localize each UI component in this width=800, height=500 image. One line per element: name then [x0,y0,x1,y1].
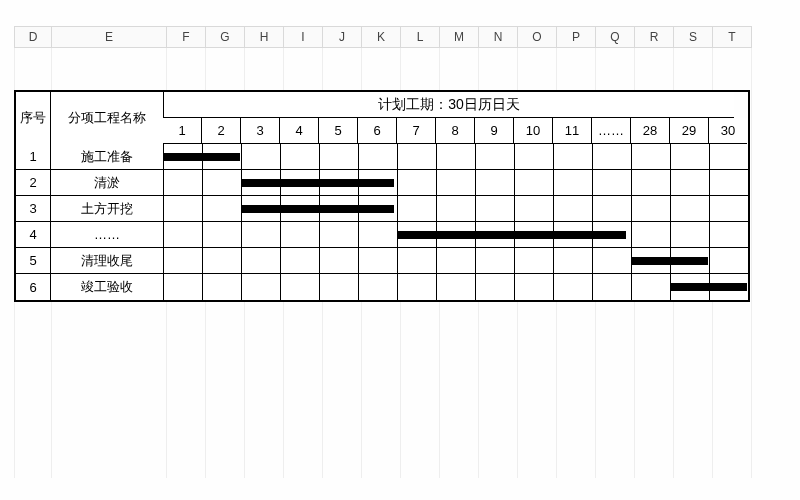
column-header-L[interactable]: L [400,26,439,48]
gantt-cell[interactable] [359,144,398,170]
gantt-cell[interactable] [437,170,476,196]
gantt-cell[interactable] [671,170,710,196]
gantt-cell[interactable] [242,144,281,170]
gantt-cell[interactable] [710,170,748,196]
gantt-cell[interactable] [281,144,320,170]
gantt-cell[interactable] [476,274,515,300]
gantt-cell[interactable] [203,196,242,222]
gantt-cell[interactable] [593,248,632,274]
column-header-M[interactable]: M [439,26,478,48]
gantt-cell[interactable] [320,248,359,274]
gantt-cell[interactable] [164,196,203,222]
gantt-cell[interactable] [476,248,515,274]
gantt-cell[interactable] [281,248,320,274]
gantt-cell[interactable] [671,144,710,170]
gantt-cell[interactable] [632,196,671,222]
gantt-cell[interactable] [281,222,320,248]
gantt-cell[interactable] [242,170,281,196]
column-header-F[interactable]: F [166,26,205,48]
column-header-O[interactable]: O [517,26,556,48]
gantt-cell[interactable] [437,196,476,222]
gantt-bar [242,205,394,213]
gantt-cell[interactable] [242,196,281,222]
column-header-Q[interactable]: Q [595,26,634,48]
column-headers-row: DEFGHIJKLMNOPQRST [0,26,752,48]
gantt-cell[interactable] [164,144,203,170]
gantt-cell[interactable] [632,144,671,170]
gantt-cell[interactable] [359,274,398,300]
column-header-D[interactable]: D [14,26,51,48]
gantt-cell[interactable] [554,144,593,170]
gantt-cell[interactable] [398,222,437,248]
row-name: 竣工验收 [51,274,164,300]
gantt-cell[interactable] [437,274,476,300]
gantt-cell[interactable] [710,144,748,170]
gantt-cell[interactable] [398,196,437,222]
gantt-cell[interactable] [203,274,242,300]
gantt-cell[interactable] [437,144,476,170]
gantt-cell[interactable] [359,248,398,274]
column-header-P[interactable]: P [556,26,595,48]
column-header-R[interactable]: R [634,26,673,48]
column-header-G[interactable]: G [205,26,244,48]
gantt-cell[interactable] [515,144,554,170]
gantt-cell[interactable] [320,274,359,300]
gantt-cell[interactable] [164,274,203,300]
gantt-cell[interactable] [554,196,593,222]
column-header-I[interactable]: I [283,26,322,48]
column-header-E[interactable]: E [51,26,166,48]
gantt-cell[interactable] [593,274,632,300]
gantt-cell[interactable] [398,144,437,170]
gantt-bar [242,179,394,187]
row-name: 施工准备 [51,144,164,170]
gantt-cell[interactable] [398,170,437,196]
gantt-cell[interactable] [242,274,281,300]
gantt-cell[interactable] [398,248,437,274]
gantt-cell[interactable] [632,248,671,274]
gantt-cell[interactable] [710,222,748,248]
gantt-cell[interactable] [593,196,632,222]
gantt-cell[interactable] [359,222,398,248]
gantt-cell[interactable] [320,222,359,248]
gantt-cell[interactable] [476,196,515,222]
gantt-cell[interactable] [164,170,203,196]
gantt-cell[interactable] [515,274,554,300]
gantt-cell[interactable] [671,196,710,222]
gantt-cell[interactable] [164,222,203,248]
gantt-row: 2清淤 [16,170,748,196]
gantt-cell[interactable] [554,170,593,196]
column-header-N[interactable]: N [478,26,517,48]
gantt-cell[interactable] [203,248,242,274]
gantt-cell[interactable] [242,248,281,274]
column-header-T[interactable]: T [712,26,752,48]
gantt-cell[interactable] [671,274,710,300]
gantt-cell[interactable] [203,170,242,196]
gantt-cell[interactable] [554,274,593,300]
gantt-cell[interactable] [164,248,203,274]
gantt-cell[interactable] [203,222,242,248]
column-header-S[interactable]: S [673,26,712,48]
gantt-cell[interactable] [515,248,554,274]
column-header-H[interactable]: H [244,26,283,48]
gantt-bar [164,153,240,161]
gantt-cell[interactable] [515,196,554,222]
gantt-cell[interactable] [320,144,359,170]
gantt-cell[interactable] [476,144,515,170]
gantt-cell[interactable] [242,222,281,248]
gantt-cell[interactable] [632,170,671,196]
gantt-cell[interactable] [281,274,320,300]
gantt-cell[interactable] [398,274,437,300]
gantt-cell[interactable] [515,170,554,196]
gantt-cell[interactable] [632,222,671,248]
column-header-J[interactable]: J [322,26,361,48]
gantt-cell[interactable] [593,144,632,170]
gantt-cell[interactable] [554,248,593,274]
gantt-cell[interactable] [632,274,671,300]
column-header-K[interactable]: K [361,26,400,48]
gantt-cell[interactable] [593,170,632,196]
gantt-cell[interactable] [476,170,515,196]
gantt-cell[interactable] [437,248,476,274]
gantt-cell[interactable] [710,248,748,274]
gantt-cell[interactable] [671,222,710,248]
gantt-cell[interactable] [710,196,748,222]
